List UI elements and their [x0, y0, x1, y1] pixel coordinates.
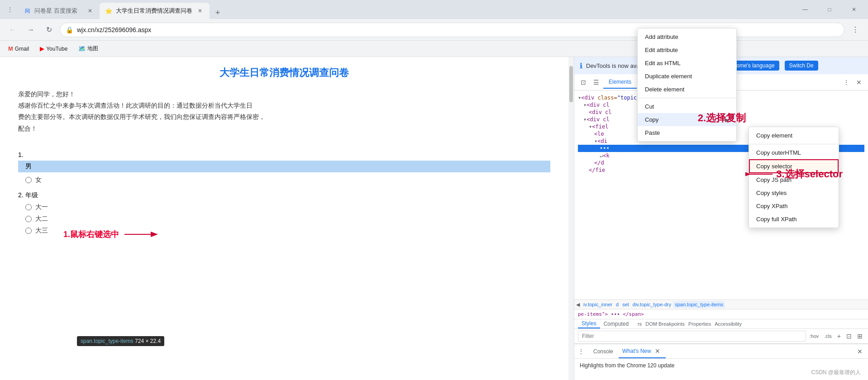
menu-paste[interactable]: Paste: [638, 126, 736, 139]
watermark-text: CSDN @最靠谱的人: [811, 369, 861, 375]
styles-add-btn[interactable]: +: [835, 332, 843, 341]
youtube-label: YouTube: [46, 46, 67, 52]
devtools-more-btn[interactable]: ⋮: [841, 77, 852, 88]
close-btn[interactable]: ✕: [844, 2, 864, 17]
delete-element-label: Delete element: [645, 86, 684, 93]
question2: 2. 年级: [18, 191, 550, 200]
submenu-copy-styles[interactable]: Copy styles: [749, 186, 839, 200]
bookmark-gmail[interactable]: M Gmail: [5, 43, 32, 54]
step1-arrow: [124, 229, 161, 240]
bottom-tabs: ⋮ Console What's New ✕ ✕: [574, 344, 868, 359]
right-tabs-rs[interactable]: rs: [636, 319, 644, 328]
device-icon[interactable]: ☰: [591, 77, 601, 88]
tab-survey[interactable]: ⭐ 大学生日常消费情况调查问卷 ✕: [100, 3, 210, 19]
radio-female[interactable]: [25, 177, 32, 183]
styles-hov-btn[interactable]: :hov: [808, 332, 821, 340]
breadcrumb-set[interactable]: set: [620, 301, 631, 308]
back-btn[interactable]: ←: [5, 23, 20, 37]
whatsnew-label: What's New: [622, 348, 651, 354]
intro-line3: 费的主要部分等。本次调研的数据仅用于学术研究，我们向您保证调查内容将严格保密，: [18, 111, 550, 123]
devtools-close-btn[interactable]: ✕: [854, 77, 864, 88]
menu-delete-element[interactable]: Delete element: [638, 83, 736, 96]
styles-icon1[interactable]: ⊡: [844, 332, 854, 341]
footer-watermark: CSDN @最靠谱的人: [811, 369, 861, 376]
breadcrumb-arrow[interactable]: ◀: [576, 302, 580, 308]
right-tabs-dom[interactable]: DOM Breakpoints: [644, 319, 687, 328]
bottom-panel-close[interactable]: ✕: [855, 347, 864, 356]
maps-icon: 🗺️: [78, 45, 86, 52]
switch-de-btn[interactable]: Switch De: [785, 61, 818, 71]
styles-tab[interactable]: Styles: [578, 319, 600, 328]
intro-line2: 感谢你百忙之中来参与本次调查活动！此次调研的目的：通过数据分析当代大学生日: [18, 100, 550, 111]
tab-wenjuanxing[interactable]: 问 问卷星 百度搜索 ✕: [18, 3, 100, 19]
styles-icon2[interactable]: ⊞: [855, 332, 864, 341]
annotation-step3: 3.选择selector: [745, 167, 843, 181]
filter-input[interactable]: [582, 333, 802, 339]
bottom-tab-whatsnew[interactable]: What's New ✕: [619, 345, 666, 358]
menu-add-attribute[interactable]: Add attribute: [638, 30, 736, 43]
scrollbar-thumb[interactable]: [569, 66, 573, 102]
radio-senior2[interactable]: [25, 216, 32, 222]
question1-container: span.topic_type-items 724 × 22.4 1. 男 女: [18, 151, 550, 184]
new-tab-button[interactable]: +: [211, 6, 224, 19]
breadcrumb-type-dry[interactable]: div.topic_type-dry: [631, 301, 673, 308]
computed-tab[interactable]: Computed: [600, 320, 632, 328]
breadcrumb-topic-inner[interactable]: iv.topic_inner: [582, 301, 614, 308]
bookmark-maps[interactable]: 🗺️ 地图: [76, 43, 101, 54]
menu-duplicate-element[interactable]: Duplicate element: [638, 70, 736, 83]
senior2-label: 大二: [35, 215, 48, 223]
tab-elements[interactable]: Elements: [603, 76, 637, 89]
tab1-close-btn[interactable]: ✕: [86, 7, 94, 15]
gmail-icon: M: [8, 45, 13, 52]
chrome-menu-btn[interactable]: ⋮: [4, 3, 16, 16]
paste-label: Paste: [645, 129, 660, 136]
radio-senior1[interactable]: [25, 204, 32, 210]
bottom-tab-console[interactable]: Console: [590, 347, 617, 356]
minimize-btn[interactable]: —: [795, 2, 816, 17]
maximize-btn[interactable]: □: [819, 2, 840, 17]
bottom-three-dots[interactable]: ⋮: [578, 348, 584, 355]
info-icon: ℹ: [580, 62, 582, 70]
intro-line1: 亲爱的同学，您好！: [18, 89, 550, 100]
copy-styles-label: Copy styles: [756, 190, 787, 196]
inspect-icon[interactable]: ⊡: [578, 77, 589, 88]
submenu-divider-1: [749, 144, 839, 144]
option-male: 男: [25, 162, 32, 171]
submenu-copy-full-xpath[interactable]: Copy full XPath: [749, 213, 839, 226]
submenu-copy-outerhtml[interactable]: Copy outerHTML: [749, 146, 839, 159]
option-female-label: 女: [35, 176, 42, 184]
whatsnew-close-btn[interactable]: ✕: [653, 347, 662, 356]
question1-selected-row: 男: [18, 161, 550, 172]
senior1-label: 大一: [35, 203, 48, 211]
more-btn[interactable]: ⋮: [848, 23, 863, 37]
copy-xpath-label: Copy XPath: [756, 203, 787, 209]
tooltip-size: 724 × 22.4: [135, 338, 161, 344]
youtube-icon: ▶: [40, 45, 44, 52]
page-title: 大学生日常消费情况调查问卷: [18, 66, 550, 80]
right-tabs-access[interactable]: Accessibility: [713, 319, 744, 328]
right-tabs-props[interactable]: Properties: [687, 319, 713, 328]
page-content: 大学生日常消费情况调查问卷 亲爱的同学，您好！ 感谢你百忙之中来参与本次调查活动…: [0, 57, 568, 380]
question2-container: 2. 年级 大一 大二 大三: [18, 191, 550, 235]
bookmark-youtube[interactable]: ▶ YouTube: [37, 43, 70, 54]
devtools-breadcrumb: ◀ iv.topic_inner d set div.topic_type-dr…: [574, 299, 868, 309]
forward-btn[interactable]: →: [24, 23, 38, 37]
radio-senior3[interactable]: [25, 228, 32, 234]
refresh-btn[interactable]: ↻: [42, 23, 56, 37]
tab2-close-btn[interactable]: ✕: [196, 7, 204, 15]
submenu-copy-element[interactable]: Copy element: [749, 129, 839, 142]
nav-bar: ← → ↻ 🔒 wjx.cn/xz/252696096.aspx ⋮: [0, 19, 868, 41]
cut-label: Cut: [645, 103, 654, 110]
breadcrumb-d[interactable]: d: [614, 301, 620, 308]
submenu-copy-xpath[interactable]: Copy XPath: [749, 200, 839, 213]
styles-cls-btn[interactable]: .cls: [822, 332, 834, 340]
menu-edit-as-html[interactable]: Edit as HTML: [638, 57, 736, 70]
step3-text: 3.选择selector: [776, 167, 843, 181]
edit-as-html-label: Edit as HTML: [645, 60, 681, 66]
page-intro: 亲爱的同学，您好！ 感谢你百忙之中来参与本次调查活动！此次调研的目的：通过数据分…: [18, 89, 550, 134]
bottom-html-snippet: pe-items"> ••• </span>: [574, 309, 868, 319]
breadcrumb-type-items[interactable]: span.topic_type-items: [673, 301, 725, 308]
tab-bar: 问 问卷星 百度搜索 ✕ ⭐ 大学生日常消费情况调查问卷 ✕ +: [18, 0, 793, 19]
menu-edit-attribute[interactable]: Edit attribute: [638, 43, 736, 57]
filter-input-container[interactable]: [578, 331, 806, 342]
